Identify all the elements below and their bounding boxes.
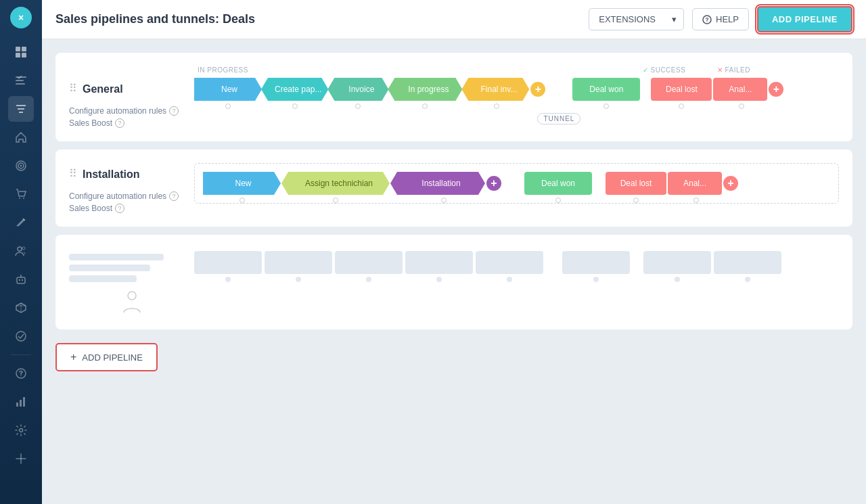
sidebar-icon-box[interactable] xyxy=(8,295,34,321)
sidebar-icon-target[interactable] xyxy=(8,153,34,179)
loading-pipeline-left xyxy=(69,248,194,316)
installation-stage-new[interactable]: New xyxy=(203,172,281,195)
configure-automation-link[interactable]: Configure automation rules ? xyxy=(69,106,194,116)
installation-stage-deal-won[interactable]: Deal won xyxy=(524,172,592,195)
sidebar-icon-robot[interactable] xyxy=(8,267,34,292)
skeleton-stage-6 xyxy=(562,251,630,274)
sidebar-icon-tasks[interactable] xyxy=(8,68,34,93)
general-stage-create-pap[interactable]: Create pap... xyxy=(261,78,328,101)
svg-rect-29 xyxy=(20,400,22,407)
installation-pipeline-row: ⠿ Installation Configure automation rule… xyxy=(69,163,839,213)
general-pipeline-header: ⠿ General xyxy=(69,83,194,95)
page-title: Sales pipelines and tunnels: Deals xyxy=(55,12,580,26)
sidebar-icon-cart[interactable] xyxy=(8,181,34,207)
installation-stage-installation: Installation + xyxy=(390,172,501,195)
general-pipeline-links: Configure automation rules ? Sales Boost… xyxy=(69,106,194,128)
installation-pipeline-links: Configure automation rules ? Sales Boost… xyxy=(69,191,194,213)
general-pipeline-row: ⠿ General Configure automation rules ? S… xyxy=(69,78,839,128)
loading-pipeline-card xyxy=(55,235,852,329)
general-stage-new[interactable]: New xyxy=(194,78,262,101)
sales-boost-link[interactable]: Sales Boost ? xyxy=(69,118,194,128)
add-stage-button-general[interactable]: + xyxy=(530,82,545,97)
skeleton-stage-7 xyxy=(643,251,711,274)
skeleton-stage-4 xyxy=(405,251,473,274)
loading-stages-row xyxy=(194,248,839,274)
tunnel-gap: TUNNEL xyxy=(545,78,572,124)
close-button[interactable]: × xyxy=(10,7,32,28)
add-stage-button-general-failed[interactable]: + xyxy=(769,82,783,97)
general-stages-scroll: New Create pap... xyxy=(194,78,839,124)
topbar: Sales pipelines and tunnels: Deals EXTEN… xyxy=(42,0,866,39)
configure-help-icon: ? xyxy=(169,106,179,116)
sidebar-icon-add[interactable] xyxy=(8,446,34,472)
success-label: ✓ SUCCESS xyxy=(643,66,710,74)
stage-connector-dot xyxy=(739,104,744,109)
stage-connector-dot xyxy=(225,104,231,109)
main-content: Sales pipelines and tunnels: Deals EXTEN… xyxy=(42,0,866,504)
help-icon xyxy=(702,15,712,24)
help-button[interactable]: HELP xyxy=(692,8,749,30)
page-body: IN PROGRESS ✓ SUCCESS ✕ FAILED ⠿ Gener xyxy=(42,39,866,504)
svg-rect-1 xyxy=(22,47,26,51)
person-icon xyxy=(122,289,142,316)
stage-connector-dot xyxy=(603,104,609,109)
sidebar-icon-chart[interactable] xyxy=(8,389,34,415)
sidebar-icon-dashboard[interactable] xyxy=(8,39,34,65)
svg-rect-28 xyxy=(16,403,18,407)
sales-boost-link-2[interactable]: Sales Boost ? xyxy=(69,204,194,213)
stage-connector-dot xyxy=(555,198,561,203)
add-stage-button-installation[interactable]: + xyxy=(486,176,501,191)
installation-pipeline-name: Installation xyxy=(83,168,139,181)
sidebar-icon-users[interactable] xyxy=(8,238,34,264)
general-stage-deal-won[interactable]: Deal won xyxy=(572,78,640,101)
sidebar: × xyxy=(0,0,42,504)
general-stage-invoice[interactable]: Invoice xyxy=(327,78,388,101)
installation-failed-stages: Deal lost Anal... + xyxy=(606,172,738,195)
configure-automation-link-2[interactable]: Configure automation rules ? xyxy=(69,191,194,201)
svg-point-35 xyxy=(706,21,707,22)
extensions-group: EXTENSIONS ▾ xyxy=(589,8,684,30)
add-stage-button-installation-failed[interactable]: + xyxy=(723,176,738,191)
stage-connector-dot xyxy=(240,198,245,203)
svg-rect-5 xyxy=(16,80,24,81)
sidebar-icon-edit[interactable] xyxy=(8,210,34,235)
skeleton-stage-3 xyxy=(335,251,403,274)
in-progress-label: IN PROGRESS xyxy=(198,66,622,74)
sidebar-icon-filter[interactable] xyxy=(8,96,34,122)
general-stage-anal: Anal... + xyxy=(713,78,783,101)
general-stage-in-progress[interactable]: In progress xyxy=(388,78,462,101)
stage-connector-dot xyxy=(633,198,639,203)
drag-handle-icon: ⠿ xyxy=(69,83,77,94)
general-pipeline-left: ⠿ General Configure automation rules ? S… xyxy=(69,78,194,128)
general-stages-group: New Create pap... xyxy=(194,78,839,124)
tunnel-badge: TUNNEL xyxy=(537,113,580,124)
sidebar-icon-question[interactable] xyxy=(8,361,34,386)
plus-icon: + xyxy=(70,351,76,363)
add-pipeline-bottom-container: + ADD PIPELINE xyxy=(55,338,852,371)
skeleton-stage-5 xyxy=(476,251,543,274)
installation-stage-deal-lost[interactable]: Deal lost xyxy=(606,172,666,195)
sidebar-icon-check-circle[interactable] xyxy=(8,323,34,349)
sidebar-divider xyxy=(11,354,31,355)
svg-rect-6 xyxy=(16,83,25,85)
add-pipeline-topbar-button[interactable]: ADD PIPELINE xyxy=(757,6,852,32)
installation-stage-assign[interactable]: Assign technichian xyxy=(281,172,390,195)
extensions-button[interactable]: EXTENSIONS xyxy=(589,8,665,30)
add-pipeline-bottom-button[interactable]: + ADD PIPELINE xyxy=(55,343,158,371)
sidebar-icon-home[interactable] xyxy=(8,124,34,150)
stage-connector-dot xyxy=(292,104,298,109)
svg-point-25 xyxy=(16,331,26,341)
stage-connector-dot xyxy=(494,104,499,109)
extensions-dropdown-button[interactable]: ▾ xyxy=(665,8,684,30)
skeleton-avatar xyxy=(69,289,194,316)
general-stage-deal-lost[interactable]: Deal lost xyxy=(651,78,712,101)
failed-label: ✕ FAILED xyxy=(717,66,839,74)
general-pipeline-name: General xyxy=(83,83,123,95)
loading-pipeline-row xyxy=(69,248,839,316)
svg-point-16 xyxy=(18,247,22,251)
skeleton-stage-8 xyxy=(714,251,781,274)
stage-connector-dot xyxy=(333,198,338,203)
sidebar-icon-settings[interactable] xyxy=(8,417,34,443)
configure-help-icon-2: ? xyxy=(169,191,179,201)
svg-rect-3 xyxy=(22,53,26,58)
